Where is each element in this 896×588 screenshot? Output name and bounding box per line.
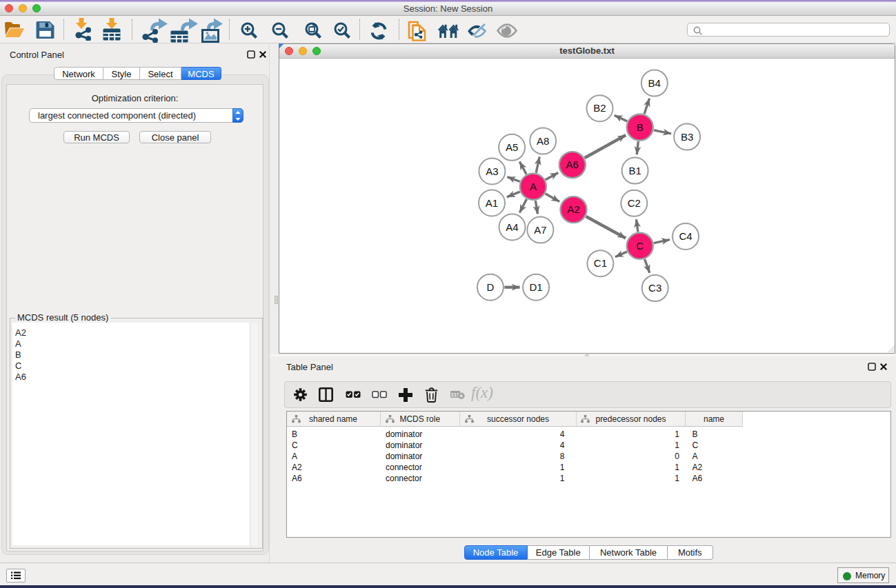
svg-text:B3: B3 [681,131,693,143]
svg-text:A6: A6 [566,159,579,170]
svg-text:C1: C1 [594,257,607,269]
svg-text:A3: A3 [486,165,498,177]
svg-text:A: A [530,181,537,192]
svg-text:A1: A1 [486,197,498,209]
svg-text:C: C [636,240,644,252]
svg-text:B: B [637,121,644,133]
svg-text:B2: B2 [593,102,606,114]
svg-text:A7: A7 [534,224,546,236]
svg-text:B1: B1 [628,165,641,176]
svg-text:A8: A8 [537,135,549,147]
svg-text:C4: C4 [679,230,692,242]
svg-text:A4: A4 [506,221,518,233]
svg-text:A5: A5 [506,141,518,153]
svg-text:D: D [486,281,494,293]
svg-text:C3: C3 [648,282,661,294]
svg-text:C2: C2 [628,197,641,209]
svg-text:A2: A2 [567,203,579,215]
svg-text:B4: B4 [648,77,661,89]
svg-text:D1: D1 [530,281,543,293]
